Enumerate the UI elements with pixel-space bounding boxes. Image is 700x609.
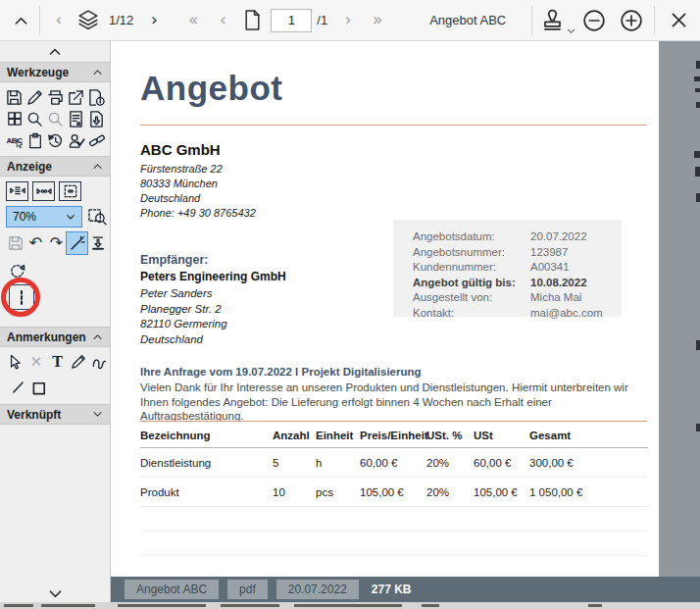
search-again-button[interactable]: [45, 108, 66, 129]
sender-phone: Phone: +49 30 8765432: [140, 206, 256, 221]
quote-details-box: Angebotsdatum:20.07.2022 Angebotsnummer:…: [393, 220, 622, 317]
document-info-button[interactable]: [86, 86, 107, 108]
undo-button[interactable]: ↶: [25, 232, 46, 254]
table-empty-row: [140, 556, 648, 577]
annotation-tools-row: ✕ T: [0, 347, 110, 373]
toolbar-separator: [39, 6, 40, 35]
stamp-tool-button[interactable]: [536, 5, 575, 36]
clipboard-icon: [27, 132, 43, 149]
download-document-button[interactable]: [86, 108, 107, 129]
fit-width-button[interactable]: [32, 181, 55, 201]
link-button[interactable]: [86, 129, 107, 151]
chevron-up-icon: [48, 47, 62, 56]
toolbar-separator: [654, 6, 655, 35]
zoom-in-button[interactable]: [613, 5, 650, 36]
page-number-input[interactable]: [271, 9, 312, 32]
chevron-down-icon: [48, 589, 63, 599]
detail-row-valid-until: Angebot gültig bis:10.08.2022: [413, 276, 622, 291]
table-header-row: BezeichnungAnzahl EinheitPreis/Einheit U…: [140, 424, 648, 448]
rectangle-icon: [31, 380, 48, 396]
rectangle-tool-button[interactable]: [28, 377, 50, 398]
sender-city: 80333 München: [140, 177, 256, 191]
search-icon: [26, 111, 43, 127]
history-clock-icon: [47, 132, 64, 149]
edit-button[interactable]: [25, 86, 45, 108]
save-button[interactable]: [4, 86, 25, 108]
tiles-view-button[interactable]: [4, 108, 25, 129]
text-tool-button[interactable]: T: [47, 351, 68, 373]
close-button[interactable]: [659, 5, 698, 36]
scroll-to-end-icon: [90, 235, 106, 251]
filename-badge[interactable]: Angebot ABC: [125, 580, 219, 599]
spellcheck-button[interactable]: ABC: [4, 129, 25, 151]
zoom-selection-button[interactable]: [87, 206, 108, 228]
scroll-to-end-button[interactable]: [87, 232, 108, 254]
sender-country: Deutschland: [140, 191, 256, 206]
detail-row: Angebotsdatum:20.07.2022: [413, 229, 622, 245]
chevron-right-icon: ›: [151, 12, 158, 28]
detail-row: Kundennummer:A00341: [413, 260, 622, 276]
left-sidebar: Werkzeuge ABC Anzeige: [0, 41, 111, 602]
select-tool-button[interactable]: [5, 351, 25, 373]
cursor-icon: [8, 354, 24, 371]
next-layer-button[interactable]: ›: [139, 5, 169, 36]
save-view-button[interactable]: [5, 232, 25, 254]
section-header-tools[interactable]: Werkzeuge: [0, 62, 110, 82]
sidebar-collapse-button[interactable]: [0, 41, 110, 62]
status-bar: Angebot ABC pdf 20.07.2022 277 KB: [111, 577, 700, 602]
filesize-label: 277 KB: [372, 583, 412, 596]
chevron-down-icon: [567, 28, 575, 34]
export-button[interactable]: [66, 86, 86, 108]
zoom-level-select[interactable]: 70%: [6, 206, 82, 228]
history-button[interactable]: [45, 129, 66, 151]
collapse-toolbar-button[interactable]: [6, 5, 35, 36]
floppy-icon: [8, 235, 24, 251]
document-page[interactable]: Angebot ABC GmbH Fürstenstraße 22 80333 …: [112, 41, 659, 577]
form-fields-button[interactable]: [66, 108, 86, 129]
magic-wand-button[interactable]: [67, 232, 87, 254]
floppy-icon: [6, 89, 23, 106]
fit-height-button[interactable]: [6, 181, 28, 201]
signature-button[interactable]: [66, 129, 86, 151]
last-page-button[interactable]: »: [363, 5, 392, 36]
page-icon-button[interactable]: [237, 5, 267, 36]
fit-page-button[interactable]: [59, 181, 81, 201]
section-header-annotations[interactable]: Anmerkungen: [0, 327, 110, 347]
sidebar-scroll-down-button[interactable]: [0, 589, 110, 599]
table-empty-row: [140, 507, 648, 532]
zoom-level-value: 70%: [13, 210, 66, 224]
prev-page-button[interactable]: ‹: [208, 5, 237, 36]
filetype-badge[interactable]: pdf: [227, 580, 268, 599]
plus-circle-icon: [620, 9, 643, 32]
search-button[interactable]: [25, 108, 45, 129]
heading-divider: [140, 125, 647, 126]
print-button[interactable]: [45, 86, 66, 108]
first-page-button[interactable]: «: [178, 5, 208, 36]
search-back-icon: [47, 111, 64, 127]
detail-row: Kontakt:mai@abc.com: [413, 306, 622, 322]
annotation-shapes-row: [0, 373, 110, 398]
section-header-display[interactable]: Anzeige: [0, 156, 110, 177]
fit-width-icon: [34, 184, 54, 198]
next-page-button[interactable]: ›: [333, 5, 363, 36]
document-download-icon: [88, 111, 105, 127]
layer-counter: 1/12: [103, 13, 139, 27]
section-header-linked[interactable]: Verknüpft: [0, 404, 110, 425]
grid-icon: [7, 111, 23, 127]
zoom-row: 70%: [0, 201, 110, 228]
redo-button[interactable]: ↷: [46, 232, 67, 254]
pen-tool-button[interactable]: [68, 351, 88, 373]
delete-annotation-button[interactable]: ✕: [25, 351, 46, 373]
intro-block: Ihre Anfrage vom 19.07.2022 I Projekt Di…: [140, 366, 652, 424]
prev-layer-button[interactable]: ‹: [44, 5, 74, 36]
line-tool-button[interactable]: [7, 377, 28, 398]
freehand-tool-button[interactable]: [89, 351, 110, 373]
pdf-viewer-window: ‹ 1/12 › « ‹ /1 › » Angebot ABC: [0, 0, 700, 609]
zoom-out-button[interactable]: [575, 5, 613, 36]
chevron-up-icon: [92, 69, 103, 76]
clipboard-button[interactable]: [25, 129, 45, 151]
sender-block: ABC GmbH Fürstenstraße 22 80333 München …: [140, 141, 256, 221]
layers-button[interactable]: [74, 5, 103, 36]
date-badge[interactable]: 20.07.2022: [276, 580, 359, 599]
intro-body: Vielen Dank für Ihr Interesse an unseren…: [140, 381, 652, 424]
